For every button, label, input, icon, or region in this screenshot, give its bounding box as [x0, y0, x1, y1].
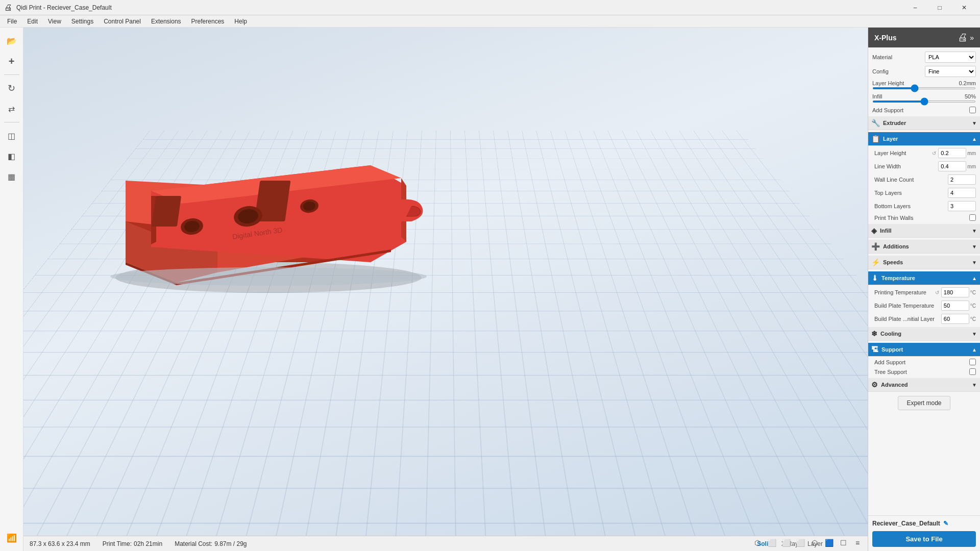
titlebar: 🖨 Qidi Print - Reciever_Case_Default – □…: [0, 0, 980, 15]
project-name-text: Reciever_Case_Default: [872, 520, 940, 527]
layer-height-unit: mm: [967, 151, 976, 156]
line-width-field-input[interactable]: [938, 161, 966, 171]
view-solid-button[interactable]: 🟦: [823, 537, 835, 549]
side-view-button[interactable]: ◧: [3, 147, 21, 165]
support-section-header[interactable]: 🏗 Support ▲: [868, 343, 980, 357]
build-plate-temp-input[interactable]: [941, 300, 969, 311]
add-object-button[interactable]: +: [3, 52, 21, 70]
close-button[interactable]: ✕: [952, 0, 976, 15]
cooling-icon: ❄: [871, 330, 877, 338]
printing-temp-input[interactable]: [941, 287, 969, 297]
add-support-top-checkbox[interactable]: [969, 107, 976, 113]
menu-item-edit[interactable]: Edit: [22, 17, 43, 26]
front-view-button[interactable]: ◫: [3, 127, 21, 145]
panel-title: X-Plus: [874, 34, 897, 42]
extruder-icon: 🔧: [871, 119, 880, 127]
expand-panel-button[interactable]: »: [970, 34, 974, 42]
edit-project-icon[interactable]: ✎: [943, 520, 948, 527]
expert-mode-button[interactable]: Expert mode: [898, 396, 950, 410]
cooling-section-left: ❄ Cooling: [871, 330, 901, 338]
menu-item-file[interactable]: File: [2, 17, 22, 26]
layer-height-field-label: Layer Height: [874, 150, 931, 156]
advanced-section-header[interactable]: ⚙ Advanced ▼: [868, 378, 980, 392]
tree-support-checkbox[interactable]: [969, 368, 976, 375]
mirror-button[interactable]: ⇄: [3, 99, 21, 118]
config-select[interactable]: Fine Normal Draft: [925, 66, 976, 77]
infill-section-header[interactable]: ◈ Infill ▼: [868, 224, 980, 238]
bottom-layers-input[interactable]: [948, 201, 976, 211]
infill-slider[interactable]: [872, 101, 976, 103]
rotate-button[interactable]: ↻: [3, 79, 21, 97]
titlebar-controls: – □ ✕: [903, 0, 976, 15]
layer-height-slider[interactable]: [872, 87, 976, 89]
menu-item-view[interactable]: View: [43, 17, 66, 26]
layer-section-label: Layer: [883, 136, 898, 142]
build-plate-initial-unit: °C: [970, 316, 976, 322]
temperature-chevron: ▲: [972, 276, 977, 281]
layer-section-left: 📋 Layer: [871, 135, 898, 143]
menu-item-settings[interactable]: Settings: [66, 17, 99, 26]
top-layers-input[interactable]: [948, 188, 976, 198]
build-plate-initial-label: Build Plate ...nitial Layer: [874, 316, 941, 322]
view-top-button[interactable]: ⬜: [794, 537, 806, 549]
add-support-top-label: Add Support: [872, 107, 903, 113]
project-name-row: Reciever_Case_Default ✎: [872, 520, 976, 527]
status-bar: 87.3 x 63.6 x 23.4 mm Print Time: 02h 21…: [23, 536, 868, 551]
advanced-icon: ⚙: [871, 381, 878, 389]
viewport[interactable]: Digital North 3D 87.3 x 63.6 x 23.4 mm P…: [23, 28, 868, 551]
printing-temp-input-group: ↺ °C: [934, 287, 976, 297]
build-plate-initial-row: Build Plate ...nitial Layer °C: [874, 314, 976, 324]
temperature-section-header[interactable]: 🌡 Temperature ▲: [868, 271, 980, 285]
menu-item-preferences[interactable]: Preferences: [186, 17, 230, 26]
extruder-section-label: Extruder: [883, 120, 906, 126]
minimize-button[interactable]: –: [903, 0, 927, 15]
layer-height-slider-row: [872, 87, 976, 89]
printing-temp-label: Printing Temperature: [874, 289, 934, 295]
menu-item-control-panel[interactable]: Control Panel: [99, 17, 146, 26]
additions-section-header[interactable]: ➕ Additions ▼: [868, 240, 980, 254]
left-toolbar: 📂 + ↻ ⇄ ◫ ◧ ▦ 📶: [0, 28, 23, 551]
add-support-section-label: Add Support: [874, 359, 905, 365]
settings-panel: Material PLA ABS PETG TPU Config Fine No…: [868, 47, 980, 515]
view-wireframe-button[interactable]: ☐: [837, 537, 849, 549]
extruder-section-header[interactable]: 🔧 Extruder ▼: [868, 116, 980, 130]
support-section-content: Add Support Tree Support: [872, 359, 976, 375]
wifi-button[interactable]: 📶: [3, 529, 21, 547]
layer-height-field-input[interactable]: [938, 148, 966, 158]
top-layers-label: Top Layers: [874, 190, 948, 196]
view-side-button[interactable]: ⬜: [780, 537, 792, 549]
line-width-unit: mm: [967, 164, 976, 169]
print-time-display: Print Time: 02h 21min: [103, 540, 162, 547]
cooling-section-header[interactable]: ❄ Cooling ▼: [868, 327, 980, 341]
layer-height-reset-btn[interactable]: ↺: [931, 151, 937, 156]
material-select[interactable]: PLA ABS PETG TPU: [925, 52, 976, 63]
layer-section-header[interactable]: 📋 Layer ▲: [868, 132, 980, 146]
speeds-section-header[interactable]: ⚡ Speeds ▼: [868, 256, 980, 269]
layer-view-button[interactable]: ▦: [3, 167, 21, 186]
save-to-file-button[interactable]: Save to File: [872, 531, 976, 547]
dimensions-display: 87.3 x 63.6 x 23.4 mm: [30, 540, 90, 547]
view-3d-button[interactable]: ⬡: [751, 537, 764, 549]
open-folder-button[interactable]: 📂: [3, 32, 21, 50]
bottom-icons: ⬡ ⬜ ⬜ ⬜ ⬡ 🟦 ☐ ≡: [751, 537, 864, 549]
view-front-button[interactable]: ⬜: [766, 537, 778, 549]
view-iso-button[interactable]: ⬡: [808, 537, 821, 549]
print-thin-walls-checkbox[interactable]: [969, 214, 976, 221]
extruder-chevron: ▼: [972, 120, 977, 126]
menu-item-help[interactable]: Help: [229, 17, 252, 26]
view-layers-button[interactable]: ≡: [851, 537, 864, 549]
wall-line-count-input[interactable]: [948, 174, 976, 185]
build-plate-temp-label: Build Plate Temperature: [874, 303, 941, 309]
support-icon: 🏗: [871, 345, 878, 354]
layer-height-slider-container: Layer Height 0.2mm: [872, 80, 976, 89]
maximize-button[interactable]: □: [928, 0, 951, 15]
add-support-section-checkbox[interactable]: [969, 359, 976, 365]
support-section-left: 🏗 Support: [871, 345, 903, 354]
cooling-section-label: Cooling: [880, 331, 901, 337]
build-plate-initial-input[interactable]: [941, 314, 969, 324]
printing-temp-reset-btn[interactable]: ↺: [934, 290, 940, 295]
add-support-row: Add Support: [872, 107, 976, 113]
build-plate-initial-input-group: °C: [941, 314, 976, 324]
temperature-icon: 🌡: [871, 274, 878, 282]
menu-item-extensions[interactable]: Extensions: [146, 17, 186, 26]
